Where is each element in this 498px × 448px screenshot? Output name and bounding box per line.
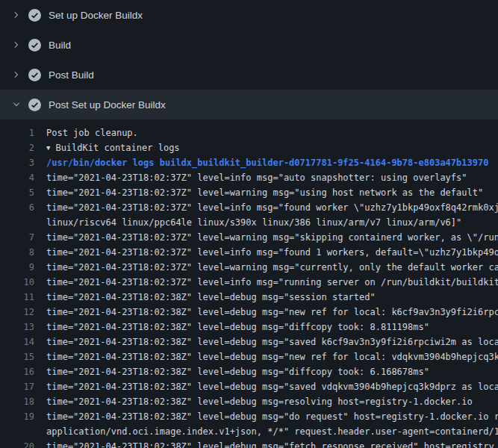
check-circle-icon (28, 99, 41, 111)
log-line-text: time="2021-04-23T18:02:38Z" level=debug … (34, 409, 498, 424)
log-line-text: time="2021-04-23T18:02:38Z" level=debug … (34, 364, 429, 379)
actions-log-viewer: Set up Docker Buildx Build Post Build Po… (0, 0, 498, 448)
check-circle-icon (28, 39, 41, 52)
check-circle-icon (28, 69, 41, 81)
log-line-text: time="2021-04-23T18:02:37Z" level=warnin… (34, 185, 483, 200)
log-line: 12 time="2021-04-23T18:02:38Z" level=deb… (0, 305, 498, 320)
log-line-text: time="2021-04-23T18:02:37Z" level=info m… (34, 275, 498, 290)
log-line: 14 time="2021-04-23T18:02:38Z" level=deb… (0, 335, 498, 349)
log-line: 20 time="2021-04-23T18:02:38Z" level=deb… (0, 439, 498, 448)
log-line: application/vnd.oci.image.index.v1+json,… (0, 424, 498, 439)
log-line-text: linux/riscv64 linux/ppc64le linux/s390x … (34, 215, 461, 230)
log-line-number[interactable]: 20 (0, 439, 34, 448)
log-line-text: time="2021-04-23T18:02:38Z" level=debug … (34, 335, 498, 349)
check-circle-icon (28, 9, 41, 22)
log-line-number[interactable]: 6 (0, 200, 34, 215)
log-line-number[interactable]: 9 (0, 260, 34, 275)
step-header-2[interactable]: Build (0, 30, 498, 60)
log-line-number[interactable]: 10 (0, 275, 34, 290)
log-line-number[interactable]: 14 (0, 335, 34, 349)
log-line-text: time="2021-04-23T18:02:38Z" level=debug … (34, 439, 494, 448)
log-line: 17 time="2021-04-23T18:02:38Z" level=deb… (0, 379, 498, 394)
step-header-3[interactable]: Post Build (0, 60, 498, 90)
step-header-1[interactable]: Set up Docker Buildx (0, 0, 498, 30)
step-title: Build (49, 40, 71, 51)
log-line: 7 time="2021-04-23T18:02:37Z" level=warn… (0, 230, 498, 245)
chevron-icon[interactable] (10, 10, 22, 19)
step-list: Set up Docker Buildx Build Post Build Po… (0, 0, 498, 119)
chevron-icon[interactable] (10, 40, 22, 49)
log-line-text: time="2021-04-23T18:02:38Z" level=debug … (34, 379, 498, 394)
step-title: Post Build (49, 69, 94, 81)
log-line-number[interactable]: 3 (0, 155, 34, 170)
log-line: 4 time="2021-04-23T18:02:37Z" level=info… (0, 170, 498, 185)
log-line-number[interactable]: 8 (0, 245, 34, 260)
log-line-text: time="2021-04-23T18:02:37Z" level=warnin… (34, 260, 498, 275)
log-line: 9 time="2021-04-23T18:02:37Z" level=warn… (0, 260, 498, 275)
log-line: 2 ▼ BuildKit container logs (0, 140, 498, 155)
log-line-number[interactable]: 18 (0, 394, 34, 409)
log-line: 8 time="2021-04-23T18:02:37Z" level=info… (0, 245, 498, 260)
log-line: 13 time="2021-04-23T18:02:38Z" level=deb… (0, 320, 498, 335)
step-title: Set up Docker Buildx (49, 10, 143, 21)
log-line-number[interactable]: 12 (0, 305, 34, 320)
log-line: 11 time="2021-04-23T18:02:38Z" level=deb… (0, 290, 498, 305)
log-line: 18 time="2021-04-23T18:02:38Z" level=deb… (0, 394, 498, 409)
log-line-number[interactable] (0, 424, 34, 439)
log-line-text: time="2021-04-23T18:02:38Z" level=debug … (34, 305, 498, 320)
log-line-number[interactable]: 4 (0, 170, 34, 185)
log-line: linux/riscv64 linux/ppc64le linux/s390x … (0, 215, 498, 230)
log-line-number[interactable]: 13 (0, 320, 34, 335)
log-line: 10 time="2021-04-23T18:02:37Z" level=inf… (0, 275, 498, 290)
log-line-number[interactable]: 15 (0, 349, 34, 364)
log-line-text: time="2021-04-23T18:02:38Z" level=debug … (34, 349, 498, 364)
log-line-text: /usr/bin/docker logs buildx_buildkit_bui… (34, 155, 488, 170)
log-output: 1 Post job cleanup. 2 ▼ BuildKit contain… (0, 119, 498, 448)
log-line: 16 time="2021-04-23T18:02:38Z" level=deb… (0, 364, 498, 379)
log-line: 19 time="2021-04-23T18:02:38Z" level=deb… (0, 409, 498, 424)
log-line: 6 time="2021-04-23T18:02:37Z" level=info… (0, 200, 498, 215)
log-line-text: time="2021-04-23T18:02:38Z" level=debug … (34, 290, 376, 305)
log-line-text: time="2021-04-23T18:02:37Z" level=info m… (34, 170, 467, 185)
log-line-text: time="2021-04-23T18:02:37Z" level=info m… (34, 245, 498, 260)
log-line-text: time="2021-04-23T18:02:37Z" level=warnin… (34, 230, 498, 245)
log-line: 3 /usr/bin/docker logs buildx_buildkit_b… (0, 155, 498, 170)
group-toggle-icon[interactable]: ▼ (34, 140, 50, 155)
log-line-number[interactable]: 5 (0, 185, 34, 200)
log-line-text: application/vnd.oci.image.index.v1+json,… (34, 424, 498, 439)
log-line-number[interactable]: 17 (0, 379, 34, 394)
log-line-text: BuildKit container logs (55, 140, 179, 155)
chevron-icon[interactable] (10, 100, 22, 109)
step-header-4[interactable]: Post Set up Docker Buildx (0, 90, 498, 119)
log-line-text: time="2021-04-23T18:02:38Z" level=debug … (34, 394, 473, 409)
log-line-number[interactable] (0, 215, 34, 230)
log-line-number[interactable]: 11 (0, 290, 34, 305)
log-line-number[interactable]: 2 (0, 140, 34, 155)
log-line-number[interactable]: 1 (0, 125, 34, 140)
log-line-number[interactable]: 7 (0, 230, 34, 245)
log-line-text: time="2021-04-23T18:02:37Z" level=info m… (34, 200, 498, 215)
step-title: Post Set up Docker Buildx (49, 99, 166, 111)
log-line: 1 Post job cleanup. (0, 125, 498, 140)
chevron-icon[interactable] (10, 70, 22, 79)
log-line-number[interactable]: 19 (0, 409, 34, 424)
log-line: 15 time="2021-04-23T18:02:38Z" level=deb… (0, 349, 498, 364)
log-line: 5 time="2021-04-23T18:02:37Z" level=warn… (0, 185, 498, 200)
log-line-number[interactable]: 16 (0, 364, 34, 379)
log-line-text: time="2021-04-23T18:02:38Z" level=debug … (34, 320, 429, 335)
log-line-text: Post job cleanup. (34, 125, 138, 140)
